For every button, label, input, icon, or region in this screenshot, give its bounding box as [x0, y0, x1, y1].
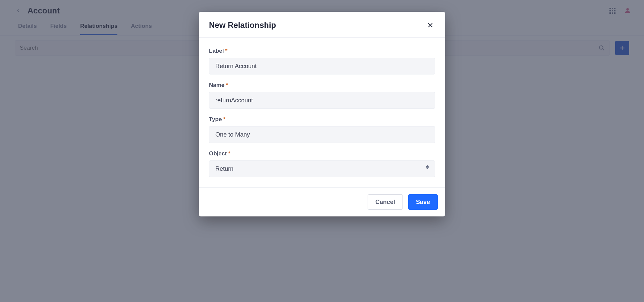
type-input[interactable]: [209, 126, 435, 143]
cancel-button[interactable]: Cancel: [368, 194, 403, 210]
save-button[interactable]: Save: [408, 194, 438, 210]
close-icon: [427, 22, 434, 29]
modal-title: New Relationship: [209, 20, 276, 30]
name-field-label: Name*: [209, 82, 435, 89]
object-field-label: Object*: [209, 150, 435, 157]
label-input[interactable]: [209, 58, 435, 74]
name-input[interactable]: [209, 92, 435, 109]
modal-overlay: New Relationship Label* Name* Type*: [0, 0, 644, 302]
new-relationship-modal: New Relationship Label* Name* Type*: [199, 12, 445, 216]
close-button[interactable]: [426, 20, 435, 30]
object-select[interactable]: [209, 160, 435, 177]
label-field-label: Label*: [209, 48, 435, 54]
type-field-label: Type*: [209, 116, 435, 123]
